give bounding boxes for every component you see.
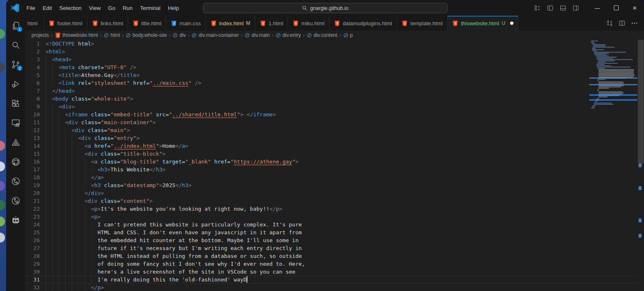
minimap-line xyxy=(592,49,604,50)
code-line-27[interactable]: 27 future if it's necessary but I'm writ… xyxy=(25,244,637,252)
customize-layout-icon[interactable] xyxy=(531,2,544,14)
vscode-window: FileEditSelectionViewGoRunTerminalHelp ←… xyxy=(7,0,644,291)
minimap-line xyxy=(598,69,634,70)
more-actions-icon[interactable] xyxy=(629,18,640,29)
code-area[interactable]: 1<!DOCTYPE html>2<html>3 <head>4 <meta c… xyxy=(25,40,637,291)
code-line-18[interactable]: 18 </a> xyxy=(25,173,637,181)
tab-html[interactable]: html xyxy=(25,16,44,31)
tab-1.html[interactable]: 51.html xyxy=(255,16,288,31)
code-line-15[interactable]: 15 <div class="title-block"> xyxy=(25,150,637,158)
breadcrumb-item-div.main-container[interactable]: div.main-container xyxy=(191,32,239,38)
tab-links.html[interactable]: 5links.html xyxy=(87,16,128,31)
code-line-6[interactable]: 6 <link rel="stylesheet" href="../main.c… xyxy=(25,79,637,87)
menu-edit[interactable]: Edit xyxy=(39,3,56,13)
breadcrumb-item-div.main[interactable]: div.main xyxy=(245,32,270,38)
code-line-20[interactable]: 20 </div> xyxy=(25,189,637,197)
dirty-dot-icon[interactable] xyxy=(510,22,513,25)
code-line-31[interactable]: 31 I'm really doing this the 'old-fashio… xyxy=(25,276,637,284)
tab-title.html[interactable]: 5title.html xyxy=(128,16,166,31)
tab-thiswebsite.html[interactable]: 5thiswebsite.htmlU xyxy=(448,16,518,31)
code-line-24[interactable]: 24 I can't pretend this website is parti… xyxy=(25,221,637,228)
code-line-25[interactable]: 25 HTML and CSS. I don't even have any j… xyxy=(25,228,637,236)
code-line-26[interactable]: 26 the embedded hit counter at the botto… xyxy=(25,236,637,244)
code-line-21[interactable]: 21 <div class="content"> xyxy=(25,197,637,205)
tab-index.html[interactable]: 5index.htmlM xyxy=(206,16,255,31)
code-line-19[interactable]: 19 <h3 class="datestamp">2025</h3> xyxy=(25,181,637,189)
maximize-button[interactable] xyxy=(607,0,625,16)
code-line-3[interactable]: 3 <head> xyxy=(25,55,637,63)
code-line-9[interactable]: 9 <div> xyxy=(25,103,637,111)
breadcrumb-item-html[interactable]: html xyxy=(104,32,120,38)
code-line-16[interactable]: 16 <a class="blog-title" target="_blank"… xyxy=(25,158,637,166)
toggle-secondary-sidebar-icon[interactable] xyxy=(569,2,582,14)
code-line-32[interactable]: 32 </p> xyxy=(25,284,637,291)
menu-terminal[interactable]: Terminal xyxy=(136,3,164,13)
extensions-icon[interactable] xyxy=(7,94,25,113)
toggle-panel-icon[interactable] xyxy=(557,2,569,14)
code-line-11[interactable]: 11 <div class="main-container"> xyxy=(25,118,637,126)
tab-main.css[interactable]: 3main.css xyxy=(166,16,206,31)
code-line-10[interactable]: 10 <iframe class="embed-title" src="../s… xyxy=(25,111,637,118)
breadcrumb-item-thiswebsite.html[interactable]: 5thiswebsite.html xyxy=(55,32,98,38)
close-button[interactable]: ✕ xyxy=(625,0,644,16)
code-line-7[interactable]: 7 </head> xyxy=(25,87,637,95)
open-changes-icon[interactable] xyxy=(604,18,615,29)
command-center-search[interactable]: gnargle.github.io xyxy=(203,3,448,13)
code-line-2[interactable]: 2<html> xyxy=(25,48,637,55)
minimap-line xyxy=(593,44,605,45)
breadcrumb-item-projects[interactable]: projects xyxy=(31,32,49,38)
source-control-icon[interactable]: 2 xyxy=(7,55,25,74)
menu-go[interactable]: Go xyxy=(104,3,119,13)
code-line-29[interactable]: 29 of doing some fancy shit I don't see … xyxy=(25,260,637,268)
gitlens-icon[interactable] xyxy=(7,191,25,210)
indent-guide xyxy=(65,244,65,252)
explorer-icon[interactable]: 1 xyxy=(7,16,25,35)
breadcrumb-item-div[interactable]: div xyxy=(172,32,186,38)
code-line-28[interactable]: 28 the HTML instead of pulling from a da… xyxy=(25,252,637,260)
svg-text:3: 3 xyxy=(173,22,175,25)
split-editor-icon[interactable] xyxy=(617,18,627,29)
indent-guide xyxy=(52,221,53,228)
tab-template.html[interactable]: 5template.html xyxy=(397,16,448,31)
menu-view[interactable]: View xyxy=(85,3,104,13)
indent-guide xyxy=(72,252,72,260)
indent-guide xyxy=(65,236,65,244)
tab-dalamudplugins.html[interactable]: 5dalamudplugins.html xyxy=(329,16,397,31)
menu-selection[interactable]: Selection xyxy=(56,3,85,13)
menu-file[interactable]: File xyxy=(23,3,39,13)
search-icon[interactable] xyxy=(7,35,25,55)
code-line-22[interactable]: 22 <p>It's the website you're looking at… xyxy=(25,205,637,213)
minimize-button[interactable]: — xyxy=(588,0,607,16)
breadcrumb-item-body.whole-site[interactable]: body.whole-site xyxy=(126,32,167,38)
triangle-extension-icon[interactable] xyxy=(7,132,25,152)
menu-run[interactable]: Run xyxy=(119,3,136,13)
code-line-8[interactable]: 8 <body class="whole-site"> xyxy=(25,95,637,103)
indent-guide xyxy=(46,79,46,87)
remote-explorer-icon[interactable] xyxy=(7,113,25,132)
github-icon[interactable] xyxy=(7,152,25,171)
breadcrumb-item-p[interactable]: p xyxy=(343,32,353,38)
minimap-line xyxy=(591,42,594,43)
tab-miku.html[interactable]: 5miku.html xyxy=(288,16,329,31)
code-line-23[interactable]: 23 <p> xyxy=(25,213,637,221)
breadcrumb-item-div.entry[interactable]: div.entry xyxy=(276,32,301,38)
run-debug-icon[interactable] xyxy=(7,74,25,94)
godot-tools-icon[interactable] xyxy=(7,210,25,230)
code-line-1[interactable]: 1<!DOCTYPE html> xyxy=(25,40,637,48)
code-line-13[interactable]: 13 <div class="entry"> xyxy=(25,134,637,142)
tab-footer.html[interactable]: 5footer.html xyxy=(44,16,87,31)
minimap-line xyxy=(598,74,634,75)
code-line-4[interactable]: 4 <meta charset="UTF-8" /> xyxy=(25,63,637,71)
code-line-17[interactable]: 17 <h3>This Website</h3> xyxy=(25,166,637,173)
code-line-5[interactable]: 5 <title>Athene.Gay</title> xyxy=(25,71,637,79)
indent-guide xyxy=(65,197,65,205)
minimap[interactable] xyxy=(589,40,637,109)
code-line-14[interactable]: 14 <a href="../index.html">Home</a> xyxy=(25,142,637,150)
code-line-30[interactable]: 30 here's a live screenshot of the site … xyxy=(25,268,637,276)
scrollbar-thumb[interactable] xyxy=(638,40,644,164)
code-line-12[interactable]: 12 <div class="main"> xyxy=(25,126,637,134)
breadcrumb-item-div.content[interactable]: div.content xyxy=(307,32,337,38)
git-graph-icon[interactable] xyxy=(7,171,25,191)
toggle-primary-sidebar-icon[interactable] xyxy=(544,2,557,14)
menu-help[interactable]: Help xyxy=(164,3,183,13)
